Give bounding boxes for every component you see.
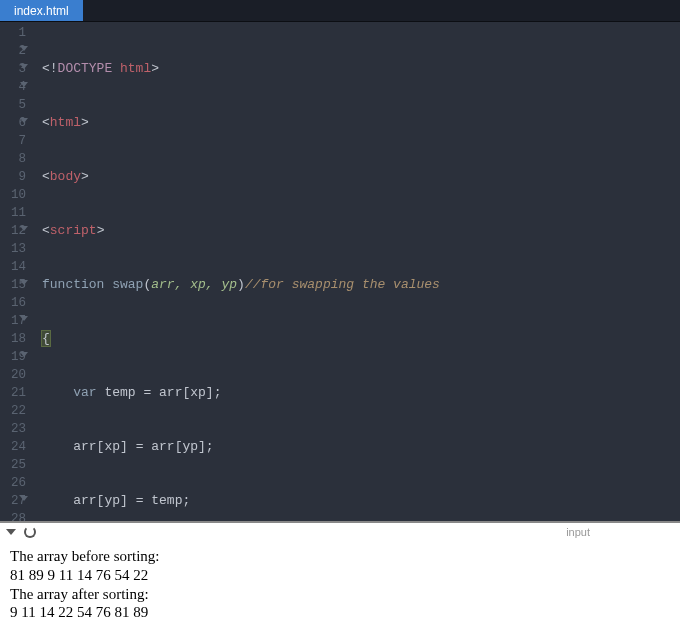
code-line: var temp = arr[xp]; xyxy=(42,384,672,402)
output-line: The array after sorting: xyxy=(10,585,670,604)
code-line: <html> xyxy=(42,114,672,132)
code-line: <!DOCTYPE html> xyxy=(42,60,672,78)
code-area[interactable]: <!DOCTYPE html> <html> <body> <script> f… xyxy=(34,22,680,521)
tab-bar: index.html xyxy=(0,0,680,22)
code-line: { xyxy=(42,330,672,348)
code-line: arr[yp] = temp; xyxy=(42,492,672,510)
code-editor[interactable]: 1234567891011121314151617181920212223242… xyxy=(0,22,680,521)
code-line: <script> xyxy=(42,222,672,240)
output-line: The array before sorting: xyxy=(10,547,670,566)
code-line: function swap(arr, xp, yp)//for swapping… xyxy=(42,276,672,294)
chevron-down-icon[interactable] xyxy=(6,529,16,535)
input-label: input xyxy=(566,526,590,538)
preview-output: The array before sorting: 81 89 9 11 14 … xyxy=(0,541,680,636)
tab-index-html[interactable]: index.html xyxy=(0,0,83,21)
line-gutter: 1234567891011121314151617181920212223242… xyxy=(0,22,34,521)
reload-icon[interactable] xyxy=(24,526,36,538)
code-line: arr[xp] = arr[yp]; xyxy=(42,438,672,456)
output-line: 81 89 9 11 14 76 54 22 xyxy=(10,566,670,585)
preview-toolbar: input xyxy=(0,521,680,541)
code-line: <body> xyxy=(42,168,672,186)
output-line: 9 11 14 22 54 76 81 89 xyxy=(10,603,670,622)
